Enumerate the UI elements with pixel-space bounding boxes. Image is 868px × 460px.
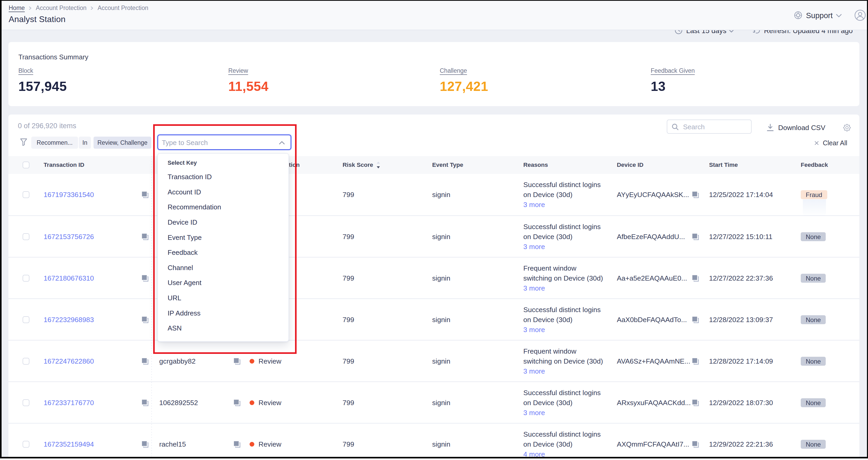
- feedback-badge[interactable]: None: [801, 274, 826, 283]
- row-checkbox[interactable]: [23, 275, 29, 282]
- transaction-id-link[interactable]: 1672232968983: [43, 316, 94, 324]
- feedback-badge[interactable]: Fraud: [801, 190, 827, 199]
- feedback-badge[interactable]: None: [801, 232, 826, 241]
- clear-all-button[interactable]: Clear All: [814, 138, 847, 148]
- feedback-badge[interactable]: None: [801, 440, 826, 449]
- copy-icon[interactable]: [692, 275, 699, 282]
- transaction-id-link[interactable]: 1671973361540: [43, 191, 94, 199]
- table-row[interactable]: 1672153756726 799 signin Successful dist…: [8, 215, 859, 257]
- select-all-checkbox[interactable]: [23, 161, 29, 168]
- metric-label[interactable]: Block: [19, 67, 33, 74]
- table-row[interactable]: 1671973361540 799 signin Successful dist…: [8, 174, 859, 215]
- copy-icon[interactable]: [692, 233, 699, 240]
- cell-event-type: signin: [432, 216, 450, 257]
- more-reasons-link[interactable]: 3 more: [523, 366, 545, 376]
- column-header-reasons[interactable]: Reasons: [523, 156, 548, 174]
- breadcrumb-section[interactable]: Account Protection: [36, 4, 87, 11]
- more-reasons-link[interactable]: 3 more: [523, 200, 545, 210]
- reason-line: Successful distinct logins: [523, 429, 601, 439]
- row-checkbox[interactable]: [23, 233, 29, 240]
- row-checkbox[interactable]: [23, 441, 29, 448]
- row-checkbox[interactable]: [23, 316, 29, 323]
- reason-line: Frequent window: [523, 263, 577, 273]
- transaction-id-link[interactable]: 1672337176770: [43, 399, 94, 407]
- more-reasons-link[interactable]: 4 more: [523, 449, 545, 457]
- cell-reasons: Successful distinct logins on Device (30…: [523, 382, 601, 424]
- cell-feedback: None: [801, 299, 826, 340]
- table-row[interactable]: 1672232968983 799 signin Successful dist…: [8, 299, 859, 340]
- more-reasons-link[interactable]: 3 more: [523, 325, 545, 335]
- download-csv-button[interactable]: Download CSV: [767, 122, 826, 133]
- copy-icon[interactable]: [141, 358, 149, 365]
- copy-icon[interactable]: [233, 358, 241, 365]
- transaction-id-link[interactable]: 1672247622860: [43, 357, 94, 365]
- table-row[interactable]: 1672337176770 1062892552 Review 799 sign…: [8, 381, 859, 423]
- breadcrumb-home-link[interactable]: Home: [9, 4, 25, 11]
- feedback-badge[interactable]: None: [801, 357, 826, 366]
- recommendation-value: Review: [258, 357, 281, 365]
- cell-transaction-id: 1671973361540: [43, 174, 94, 215]
- column-header-transaction-id[interactable]: Transaction ID: [43, 156, 84, 174]
- table-row[interactable]: 1672180676310 799 signin Frequent window…: [8, 257, 859, 299]
- cell-feedback: None: [801, 257, 826, 299]
- cell-device-copy: [692, 174, 699, 215]
- more-reasons-link[interactable]: 3 more: [523, 242, 545, 252]
- row-checkbox[interactable]: [23, 399, 29, 406]
- transaction-id-link[interactable]: 1672153756726: [43, 233, 94, 241]
- risk-score-value: 799: [343, 357, 354, 365]
- filter-operator-chip[interactable]: In: [79, 136, 91, 149]
- cell-start-time: 12/25/2022 17:14:04: [709, 174, 773, 215]
- copy-icon[interactable]: [692, 399, 699, 406]
- cell-account-copy: [233, 382, 241, 424]
- row-checkbox[interactable]: [23, 191, 29, 198]
- copy-icon[interactable]: [692, 358, 699, 365]
- copy-icon[interactable]: [141, 233, 149, 240]
- feedback-badge[interactable]: None: [801, 398, 826, 407]
- cell-risk-score: 799: [343, 424, 354, 457]
- copy-icon[interactable]: [692, 191, 699, 198]
- metric-label[interactable]: Review: [228, 67, 248, 74]
- device-id-value: AXQmmFCFAQAAtI7...: [617, 440, 689, 449]
- copy-icon[interactable]: [141, 316, 149, 324]
- filter-field-chip[interactable]: Recommen...: [31, 136, 78, 149]
- copy-icon[interactable]: [141, 191, 149, 198]
- column-header-risk-score[interactable]: Risk Score: [343, 156, 373, 174]
- cell-device-copy: [692, 424, 699, 457]
- sort-descending-icon[interactable]: [376, 161, 380, 169]
- search-icon: [672, 123, 679, 130]
- event-type-value: signin: [432, 233, 450, 241]
- copy-icon[interactable]: [141, 275, 149, 282]
- copy-icon[interactable]: [692, 440, 699, 448]
- column-header-feedback[interactable]: Feedback: [801, 156, 828, 174]
- filter-funnel-icon[interactable]: [20, 138, 27, 146]
- more-reasons-link[interactable]: 3 more: [523, 283, 545, 293]
- copy-icon[interactable]: [141, 440, 149, 448]
- transaction-id-link[interactable]: 1672352159494: [43, 440, 94, 449]
- cell-device-id: AVA6Sz+FAQAAmNE...: [617, 340, 690, 382]
- table-row[interactable]: 1672247622860 gcrgabby82 Review 799 sign…: [8, 340, 859, 381]
- more-reasons-link[interactable]: 3 more: [523, 408, 545, 418]
- cell-device-copy: [692, 340, 699, 382]
- metric-label[interactable]: Feedback Given: [651, 67, 694, 74]
- column-header-start-time[interactable]: Start Time: [709, 156, 738, 174]
- table-row[interactable]: 1672352159494 rachel15 Review 799 signin…: [8, 423, 859, 457]
- column-header-device-id[interactable]: Device ID: [617, 156, 643, 174]
- feedback-badge[interactable]: None: [801, 315, 826, 324]
- support-menu[interactable]: Support: [806, 11, 833, 20]
- column-header-event-type[interactable]: Event Type: [432, 156, 463, 174]
- chevron-down-icon[interactable]: [836, 14, 842, 18]
- event-type-value: signin: [432, 316, 450, 324]
- transaction-id-link[interactable]: 1672180676310: [43, 274, 94, 282]
- risk-score-value: 799: [343, 316, 354, 324]
- row-checkbox[interactable]: [23, 358, 29, 365]
- reason-line: on Device (30d): [523, 190, 572, 200]
- gear-icon[interactable]: [843, 124, 851, 131]
- copy-icon[interactable]: [692, 316, 699, 324]
- copy-icon[interactable]: [233, 399, 241, 406]
- copy-icon[interactable]: [141, 399, 149, 406]
- user-avatar-icon[interactable]: [854, 9, 866, 21]
- filter-value-chip[interactable]: Review, Challenge: [94, 136, 151, 149]
- search-input[interactable]: Search: [667, 120, 752, 134]
- copy-icon[interactable]: [233, 440, 241, 448]
- metric-label[interactable]: Challenge: [440, 67, 467, 74]
